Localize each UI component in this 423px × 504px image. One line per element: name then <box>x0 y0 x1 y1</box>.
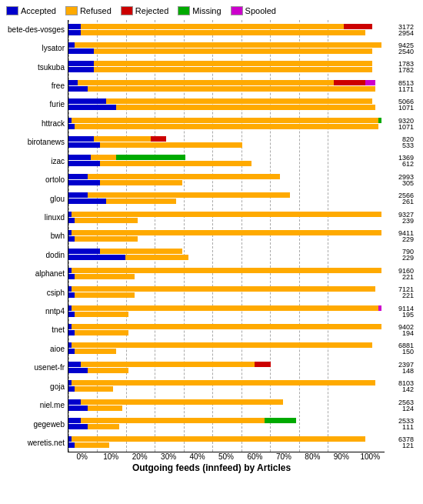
bar-segment <box>75 312 128 317</box>
y-label: lysator <box>6 44 68 52</box>
bar-value-bottom: 229 <box>402 254 414 262</box>
bar-segment <box>75 330 128 335</box>
legend-spooled-label: Spooled <box>245 6 276 15</box>
bar-bottom: 229 <box>68 236 385 242</box>
bar-top: 8103 <box>68 380 385 386</box>
bar-segment <box>75 218 138 223</box>
bar-segment <box>75 349 115 354</box>
bar-bottom: 229 <box>68 255 385 260</box>
bar-segment <box>100 249 182 254</box>
bar-top: 9320 <box>68 118 385 123</box>
bar-segment <box>68 386 75 392</box>
bar-row: 6881150 <box>68 342 385 354</box>
bar-top: 1369 <box>68 155 385 160</box>
bar-segment <box>68 142 100 148</box>
bar-row: 93201071 <box>68 118 385 129</box>
bar-value-bottom: 1071 <box>398 123 414 131</box>
bar-segment <box>68 236 75 242</box>
bar-segment <box>378 305 381 311</box>
missing-color <box>178 6 190 15</box>
bar-segment <box>81 399 283 405</box>
bar-segment <box>72 286 375 292</box>
y-label: niel.me <box>6 401 68 409</box>
bar-top: 2993 <box>68 174 385 179</box>
y-label: linuxd <box>6 213 68 222</box>
bar-segment <box>68 406 88 411</box>
bar-bottom: 2954 <box>68 30 385 35</box>
bar-segment <box>334 80 365 85</box>
bars-area: 3172295494252540178317828513117150661071… <box>68 20 417 452</box>
bar-top: 3172 <box>68 24 385 29</box>
y-label: birotanews <box>6 138 68 146</box>
y-label: alphanet <box>6 269 68 278</box>
y-label: ortolo <box>6 175 68 184</box>
bar-value-bottom: 148 <box>402 367 414 375</box>
bar-segment <box>100 180 182 185</box>
bar-segment <box>265 418 296 423</box>
bar-top: 9402 <box>68 324 385 329</box>
bar-segment <box>68 442 75 448</box>
bar-segment <box>125 255 188 260</box>
bar-value-bottom: 612 <box>402 160 414 168</box>
bar-segment <box>68 312 75 317</box>
x-label: 80% <box>298 452 327 461</box>
bar-segment <box>75 42 381 48</box>
bar-segment <box>72 268 381 273</box>
y-label: weretis.net <box>6 439 68 447</box>
bar-row: 31722954 <box>68 24 385 35</box>
bar-segment <box>68 24 81 29</box>
bar-bottom: 1071 <box>68 105 385 110</box>
bar-segment <box>378 118 381 123</box>
bar-segment <box>75 236 138 242</box>
bar-row: 9327239 <box>68 212 385 223</box>
bar-segment <box>68 80 78 85</box>
bar-value-bottom: 121 <box>402 442 414 449</box>
y-label: free <box>6 82 68 90</box>
bar-segment <box>68 418 81 423</box>
bar-segment <box>72 230 381 235</box>
bar-bottom: 148 <box>68 368 385 373</box>
y-label: bwh <box>6 232 68 240</box>
bar-segment <box>72 380 375 386</box>
bar-segment <box>68 30 81 35</box>
bar-row: 2993305 <box>68 174 385 185</box>
bar-row: 85131171 <box>68 80 385 92</box>
bar-value-bottom: 194 <box>402 329 414 337</box>
legend-rejected: Rejected <box>121 6 168 15</box>
bar-segment <box>68 330 75 335</box>
bar-segment <box>72 436 365 442</box>
bar-bottom: 150 <box>68 349 385 354</box>
bar-value-bottom: 111 <box>402 423 414 431</box>
legend-rejected-label: Rejected <box>135 6 168 15</box>
bar-top: 2566 <box>68 192 385 198</box>
bar-segment <box>68 105 116 110</box>
bar-top: 9425 <box>68 42 385 48</box>
bar-value-bottom: 229 <box>402 235 414 243</box>
bar-top: 9114 <box>68 305 385 311</box>
y-label: bete-des-vosges <box>6 25 68 34</box>
bar-segment <box>94 61 372 66</box>
bar-segment <box>68 349 75 354</box>
bar-value-bottom: 195 <box>402 311 414 319</box>
x-label: 90% <box>327 452 355 461</box>
bar-segment <box>68 274 75 279</box>
bar-segment <box>116 155 185 160</box>
y-label: gegeweb <box>6 420 68 429</box>
y-label: csiph <box>6 289 68 297</box>
bar-top: 2397 <box>68 362 385 367</box>
bar-segment <box>68 362 81 367</box>
bar-segment <box>106 199 175 204</box>
bar-row: 790229 <box>68 249 385 260</box>
bar-bottom: 195 <box>68 312 385 317</box>
x-label: 20% <box>125 452 154 461</box>
bar-bottom: 121 <box>68 442 385 448</box>
y-label: goja <box>6 382 68 391</box>
bar-value-bottom: 239 <box>402 217 414 225</box>
bar-row: 50661071 <box>68 98 385 110</box>
y-label: tnet <box>6 325 68 334</box>
bar-bottom: 1071 <box>68 124 385 129</box>
bar-segment <box>344 24 372 29</box>
bar-segment <box>75 442 109 448</box>
bar-segment <box>68 424 88 429</box>
bar-segment <box>151 136 167 142</box>
